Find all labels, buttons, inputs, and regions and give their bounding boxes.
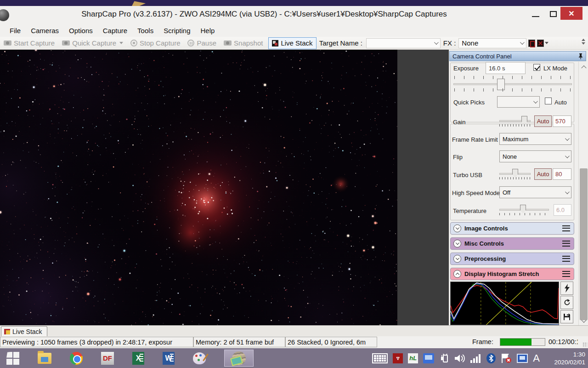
live-stack-tab[interactable]: Live Stack [1,326,47,336]
frame-time: 00:12/00:16 [548,338,578,345]
histogram-chart[interactable] [450,282,559,325]
resize-grip[interactable] [582,342,587,347]
section-preprocessing[interactable]: Preprocessing [450,253,574,265]
live-image-view[interactable] [0,50,397,325]
frame-rate-limit-label: Frame Rate Limit [452,136,498,143]
sharpcap-taskbar-button[interactable] [224,350,254,367]
quick-picks-auto-checkbox[interactable] [545,98,552,104]
chevron-down-icon [453,224,461,232]
sharpcap-window: SharpCap Pro (v3.2.6137) - ZWO ASI294MC … [0,0,588,368]
touch-keyboard-icon[interactable] [372,353,388,363]
reset-stretch-button[interactable] [560,296,573,309]
bottom-tab-strip: Live Stack [0,325,588,336]
bluetooth-icon[interactable] [486,353,496,363]
crosshair-display-icon[interactable] [537,40,544,47]
exposure-ticks-bottom [454,88,571,92]
menu-options[interactable]: Options [64,25,98,36]
chevron-down-icon [453,255,461,263]
system-tray: ▿ hL A [372,351,585,366]
stack-icon [4,329,10,334]
minimize-button[interactable] [527,6,544,22]
ime-language-indicator[interactable]: A [533,352,540,364]
frame-progress-bar [500,338,545,346]
word-icon[interactable]: W [163,352,175,365]
section-menu-icon[interactable] [562,225,570,231]
chevron-down-icon [520,40,525,45]
menu-tools[interactable]: Tools [132,25,158,36]
live-stack-button[interactable]: Live Stack [268,37,316,49]
pin-icon[interactable] [578,53,583,59]
file-explorer-icon[interactable] [38,353,51,364]
pdf-reader-tray-icon[interactable]: ▿ [393,353,403,363]
fx-combobox[interactable]: None [458,38,526,48]
chrome-icon[interactable] [70,352,83,365]
quick-picks-combobox[interactable] [497,96,540,108]
frame-rate-limit-combobox[interactable]: Maximum [499,133,571,145]
toolbar-overflow-scroll[interactable] [581,39,586,48]
title-bar[interactable]: SharpCap Pro (v3.2.6137) - ZWO ASI294MC … [0,6,588,24]
menu-file[interactable]: File [5,25,26,36]
section-misc-controls[interactable]: Misc Controls [450,237,574,250]
menu-scripting[interactable]: Scripting [158,25,195,36]
section-display-histogram-stretch[interactable]: Display Histogram Stretch [450,268,574,280]
scroll-down-button[interactable] [580,316,588,324]
save-stretch-button[interactable] [560,310,573,323]
panel-header[interactable]: Camera Control Panel [449,51,586,61]
turbo-usb-auto-button[interactable]: Auto [534,168,552,180]
gain-value[interactable]: 570 [553,115,571,127]
signal-strength-icon[interactable] [470,354,481,363]
action-center-flag-icon[interactable] [501,353,512,363]
quick-capture-button[interactable]: Quick Capture [58,37,127,49]
auto-stretch-button[interactable] [560,282,573,295]
histogram-buttons [560,282,573,324]
paint-icon[interactable] [193,352,206,364]
start-button[interactable] [6,352,19,365]
target-name-combobox[interactable] [366,38,441,48]
taskbar-clock[interactable]: 1:30 2020/02/01 [547,351,585,366]
menu-help[interactable]: Help [196,25,220,36]
lx-mode-checkbox[interactable] [533,64,540,71]
start-capture-button[interactable]: Start Capture [0,37,58,49]
dropdown-caret-icon [119,42,123,44]
snapshot-button[interactable]: Snapshot [220,37,266,49]
maximize-button[interactable] [545,6,561,22]
stop-capture-button[interactable]: Stop Capture [127,37,184,49]
volume-icon[interactable] [454,353,465,363]
stop-icon [130,40,137,46]
network-app-tray-icon[interactable] [423,353,434,363]
snapshot-icon [224,40,232,46]
display-tray-icon[interactable] [517,354,528,363]
turbo-usb-value[interactable]: 80 [553,168,571,180]
dropdown-caret-icon[interactable] [545,42,548,44]
scroll-up-button[interactable] [580,63,588,71]
panel-scrollbar[interactable] [578,62,588,325]
quick-picks-auto-label: Auto [554,99,567,106]
histogram-display-icon[interactable] [528,40,535,47]
menu-capture[interactable]: Capture [98,25,132,36]
pause-button[interactable]: Pause [184,37,220,49]
quick-picks-label: Quick Picks [453,99,485,106]
hl-tray-icon[interactable]: hL [408,353,418,363]
power-icon[interactable] [439,353,449,363]
exposure-slider[interactable] [453,83,572,85]
chevron-up-icon [453,270,461,278]
scrollbar-thumb[interactable] [580,168,588,320]
flip-combobox[interactable]: None [499,150,571,162]
section-menu-icon[interactable] [562,241,570,247]
section-menu-icon[interactable] [562,271,570,277]
high-speed-mode-combobox[interactable]: Off [499,186,571,198]
excel-icon[interactable]: X [132,352,144,365]
menu-cameras[interactable]: Cameras [26,25,64,36]
high-speed-mode-label: High Speed Mode [452,190,500,196]
df-app-icon[interactable]: DF [101,352,114,365]
chevron-down-icon [453,240,461,247]
pause-icon [187,40,194,46]
section-menu-icon[interactable] [562,256,570,262]
exposure-input[interactable]: 16.0 s [486,62,526,74]
status-memory: Memory: 2 of 51 frame buf [193,337,285,347]
toolbar: Start Capture Quick Capture Stop Capture… [0,37,588,50]
gain-auto-button[interactable]: Auto [534,115,552,127]
section-image-controls[interactable]: Image Controls [450,222,574,235]
main-area: Camera Control Panel Exposure 16.0 s LX … [0,50,588,325]
close-button[interactable]: ✕ [560,7,582,20]
